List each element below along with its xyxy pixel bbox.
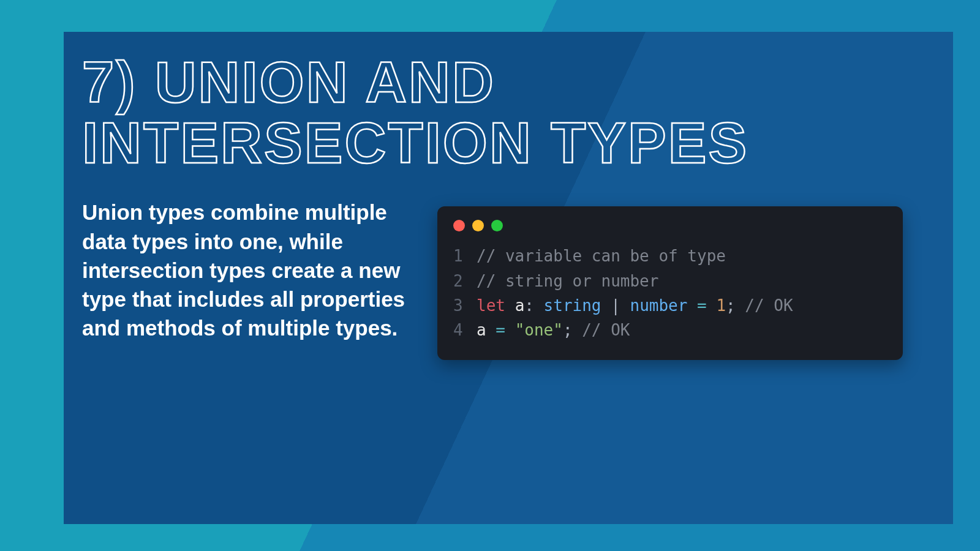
code-token	[736, 296, 745, 315]
code-token	[486, 321, 496, 339]
code-token: =	[697, 296, 707, 315]
code-token: // string or number	[477, 272, 658, 290]
slide-panel: 7) Union and Intersection Types Union ty…	[64, 32, 953, 524]
code-token: ;	[726, 296, 736, 315]
code-token	[707, 296, 717, 315]
line-number: 2	[453, 269, 477, 293]
window-controls	[453, 220, 887, 231]
code-token	[505, 296, 515, 315]
maximize-icon	[491, 220, 503, 231]
code-token	[505, 321, 515, 339]
code-line: 3let a: string | number = 1; // OK	[453, 293, 887, 318]
content-row: Union types combine multiple data types …	[82, 198, 935, 359]
code-line: 4a = "one"; // OK	[453, 318, 887, 342]
code-token	[687, 296, 697, 315]
code-token: // OK	[582, 321, 630, 339]
code-token: number	[630, 296, 687, 315]
code-token: 1	[716, 296, 726, 315]
slide-description: Union types combine multiple data types …	[82, 198, 407, 342]
line-number: 1	[453, 244, 477, 268]
code-token: =	[496, 321, 505, 339]
line-number: 4	[453, 318, 477, 342]
code-line: 1// variable can be of type	[453, 244, 887, 268]
code-token: ;	[563, 321, 573, 339]
close-icon	[453, 220, 465, 231]
code-token: string	[544, 296, 601, 315]
code-token: a	[515, 296, 525, 315]
code-token: :	[524, 296, 543, 315]
code-token: a	[477, 321, 486, 339]
code-token: // OK	[745, 296, 793, 315]
line-number: 3	[453, 293, 477, 318]
code-token: let	[477, 296, 505, 315]
code-token: // variable can be of type	[477, 247, 726, 265]
slide-title: 7) Union and Intersection Types	[82, 53, 935, 173]
code-token: "one"	[515, 321, 563, 339]
code-token	[573, 321, 582, 339]
code-line: 2// string or number	[453, 269, 887, 293]
code-block: 1// variable can be of type2// string or…	[453, 244, 887, 342]
code-window: 1// variable can be of type2// string or…	[437, 206, 903, 359]
minimize-icon	[472, 220, 484, 231]
code-token: |	[601, 296, 630, 315]
